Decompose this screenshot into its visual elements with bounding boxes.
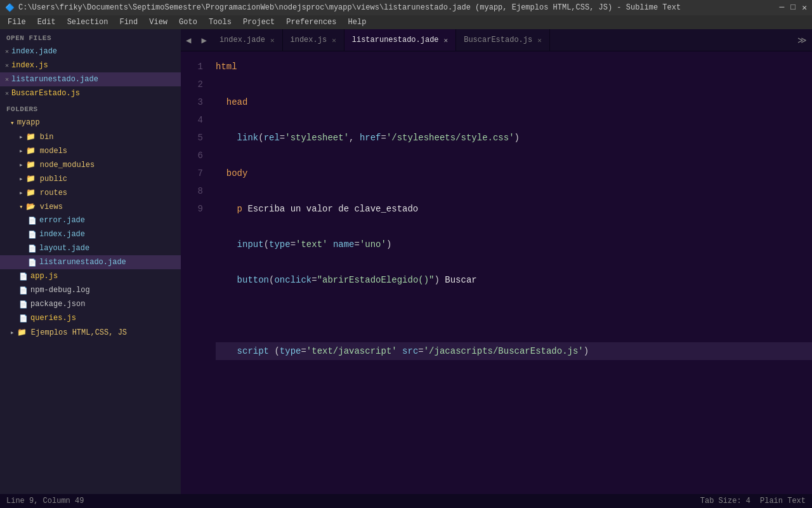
menu-item-goto[interactable]: Goto: [174, 17, 202, 28]
code-line-5: p Escriba un valor de clave_estado: [216, 200, 812, 218]
menu-item-tools[interactable]: Tools: [204, 17, 237, 28]
tab-overflow-icon[interactable]: ≫: [792, 35, 812, 46]
menu-item-file[interactable]: File: [3, 17, 31, 28]
folder-node-modules[interactable]: ▸ 📁 node_modules: [0, 157, 181, 171]
close-button[interactable]: ✕: [802, 3, 807, 13]
file-package-json[interactable]: 📄 package.json: [0, 297, 181, 311]
file-label: error.jade: [39, 216, 85, 225]
menu-item-selection[interactable]: Selection: [62, 17, 114, 28]
file-icon: 📄: [28, 231, 37, 239]
syntax-label[interactable]: Plain Text: [760, 497, 806, 505]
tab-close-icon[interactable]: ✕: [332, 36, 336, 44]
folder-label: 📁 Ejemplos HTML,CSS, JS: [17, 328, 127, 337]
folder-closed-icon: ▸: [19, 133, 23, 141]
file-label: npm-debug.log: [30, 286, 90, 295]
code-line-7: button(onclick="abrirEstadoElegido()") B…: [216, 271, 812, 289]
code-line-9: script (type='text/javascript' src='/jac…: [216, 342, 812, 360]
code-editor[interactable]: 1 2 3 4 5 6 7 8 9 html head link(rel='st…: [181, 51, 812, 494]
menu-item-preferences[interactable]: Preferences: [281, 17, 341, 28]
folder-open-icon: ▾: [10, 119, 15, 127]
file-icon: 📄: [19, 286, 28, 295]
menu-item-help[interactable]: Help: [343, 17, 372, 28]
file-label: layout.jade: [39, 244, 89, 253]
maximize-button[interactable]: □: [790, 3, 796, 13]
folder-myapp[interactable]: ▾ myapp: [0, 116, 181, 130]
tab-nav-right[interactable]: ▶: [196, 29, 211, 51]
code-line-1: html: [216, 58, 812, 76]
close-icon[interactable]: ✕: [5, 62, 9, 69]
close-icon[interactable]: ✕: [5, 76, 9, 83]
folder-views[interactable]: ▾ 📂 views: [0, 199, 181, 213]
file-label: queries.js: [30, 314, 76, 323]
tab-listarunestado[interactable]: listarunestado.jade ✕: [344, 29, 456, 51]
folder-label: 📁 bin: [26, 132, 54, 142]
status-right: Tab Size: 4 Plain Text: [700, 497, 806, 505]
folder-label: myapp: [17, 118, 40, 127]
file-icon: 📄: [28, 217, 37, 225]
tab-label: index.js: [291, 36, 327, 44]
code-line-2: head: [216, 93, 812, 111]
title-bar: 🔷 C:\Users\friky\Documents\SeptimoSemest…: [0, 0, 812, 15]
file-icon: 📄: [28, 244, 37, 253]
open-file-index-js[interactable]: ✕ index.js: [0, 58, 181, 72]
file-icon: 📄: [19, 314, 28, 323]
tab-index-js[interactable]: index.js ✕: [283, 29, 344, 51]
editor-area: ◀ ▶ index.jade ✕ index.js ✕ listarunesta…: [181, 29, 812, 494]
folder-public[interactable]: ▸ 📁 public: [0, 171, 181, 185]
file-queries-js[interactable]: 📄 queries.js: [0, 311, 181, 325]
code-line-8: [216, 307, 812, 324]
tab-nav-left[interactable]: ◀: [181, 29, 196, 51]
file-app-js[interactable]: 📄 app.js: [0, 269, 181, 283]
line-num: 3: [181, 93, 203, 111]
open-file-index-jade[interactable]: ✕ index.jade: [0, 44, 181, 58]
cursor-position: Line 9, Column 49: [6, 497, 84, 505]
close-icon[interactable]: ✕: [5, 90, 9, 97]
title-bar-controls: ─ □ ✕: [780, 3, 807, 13]
folder-label: 📁 node_modules: [26, 160, 95, 170]
folder-bin[interactable]: ▸ 📁 bin: [0, 130, 181, 144]
menu-item-edit[interactable]: Edit: [32, 17, 61, 28]
tab-close-icon[interactable]: ✕: [444, 36, 449, 44]
line-num: 5: [181, 129, 203, 147]
folder-models[interactable]: ▸ 📁 models: [0, 144, 181, 157]
folder-closed-icon: ▸: [19, 175, 23, 183]
open-files-title: OPEN FILES: [0, 29, 181, 44]
open-file-label: BuscarEstado.js: [11, 89, 80, 98]
file-label: index.jade: [39, 230, 85, 239]
line-num: 8: [181, 182, 203, 200]
tab-index-jade[interactable]: index.jade ✕: [212, 29, 283, 51]
line-num: 6: [181, 147, 203, 164]
folder-label: 📁 routes: [26, 188, 67, 197]
folder-routes[interactable]: ▸ 📁 routes: [0, 185, 181, 199]
code-line-3: link(rel='stylesheet', href='/stylesheet…: [216, 129, 812, 147]
menu-item-find[interactable]: Find: [114, 17, 143, 28]
menu-item-view[interactable]: View: [144, 17, 173, 28]
code-content[interactable]: html head link(rel='stylesheet', href='/…: [209, 51, 812, 494]
tab-close-icon[interactable]: ✕: [270, 36, 275, 44]
file-listarunestado-jade[interactable]: 📄 listarunestado.jade: [0, 255, 181, 269]
open-file-listarunestado[interactable]: ✕ listarunestado.jade: [0, 72, 181, 86]
open-file-label: listarunestado.jade: [11, 75, 98, 84]
open-file-label: index.js: [11, 61, 48, 70]
folder-closed-icon: ▸: [10, 328, 15, 337]
folder-open-icon: ▾: [19, 203, 23, 211]
file-label: listarunestado.jade: [39, 258, 126, 267]
close-icon[interactable]: ✕: [5, 48, 9, 55]
status-bar: Line 9, Column 49 Tab Size: 4 Plain Text: [0, 494, 812, 508]
minimize-button[interactable]: ─: [780, 3, 785, 13]
tab-buscarestado[interactable]: BuscarEstado.js ✕: [456, 29, 550, 51]
file-npm-debug[interactable]: 📄 npm-debug.log: [0, 283, 181, 297]
tab-close-icon[interactable]: ✕: [537, 36, 542, 44]
folder-ejemplos[interactable]: ▸ 📁 Ejemplos HTML,CSS, JS: [0, 325, 181, 339]
tab-label: listarunestado.jade: [352, 36, 439, 44]
app-icon: 🔷: [5, 3, 15, 13]
line-num: 7: [181, 164, 203, 182]
file-layout-jade[interactable]: 📄 layout.jade: [0, 241, 181, 255]
open-file-buscarestado[interactable]: ✕ BuscarEstado.js: [0, 86, 181, 100]
main-layout: OPEN FILES ✕ index.jade ✕ index.js ✕ lis…: [0, 29, 812, 494]
file-index-jade[interactable]: 📄 index.jade: [0, 227, 181, 241]
file-error-jade[interactable]: 📄 error.jade: [0, 213, 181, 227]
folder-closed-icon: ▸: [19, 161, 23, 169]
menu-item-project[interactable]: Project: [238, 17, 280, 28]
folder-label: 📁 public: [26, 174, 67, 184]
